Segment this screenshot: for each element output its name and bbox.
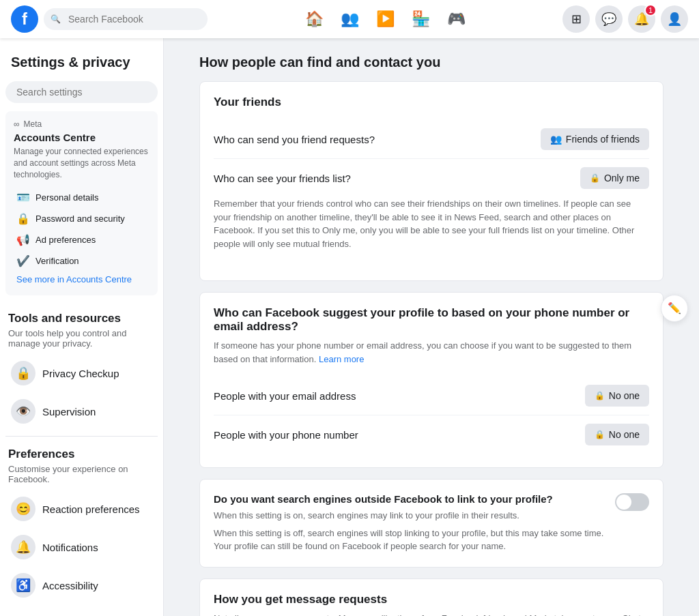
- search-engine-title: Do you want search engines outside Faceb…: [214, 493, 604, 505]
- phone-lock-icon: 🔒: [595, 430, 605, 439]
- search-input[interactable]: [44, 8, 208, 30]
- watch-nav-btn[interactable]: ▶️: [369, 3, 401, 35]
- nav-right: ⊞ 💬 🔔 1 👤: [562, 5, 688, 33]
- personal-label: Personal details: [35, 192, 99, 203]
- message-requests-desc: Not all messages are requests. Messages …: [214, 612, 649, 617]
- top-navigation: f 🏠 👥 ▶️ 🏪 🎮 ⊞ 💬 🔔 1 👤: [0, 0, 699, 38]
- meta-icon: ∞: [14, 119, 20, 129]
- reaction-icon: 😊: [11, 497, 35, 521]
- find-contact-title: How people can find and contact you: [199, 55, 664, 70]
- ad-icon: 📢: [16, 233, 30, 246]
- ad-label: Ad preferences: [35, 235, 96, 245]
- main-content: How people can find and contact you Your…: [164, 38, 699, 616]
- email-address-row: People with your email address 🔒 No one: [214, 377, 649, 415]
- nav-center: 🏠 👥 ▶️ 🏪 🎮: [208, 3, 562, 35]
- page-layout: Settings & privacy ∞ Meta Accounts Centr…: [0, 38, 699, 616]
- sidebar-item-accessibility[interactable]: ♿ Accessibility: [5, 566, 158, 604]
- profile-suggestion-title: Who can Facebook suggest your profile to…: [214, 306, 649, 334]
- your-friends-section: Your friends Who can send you friend req…: [199, 81, 664, 281]
- facebook-logo: f: [11, 5, 38, 33]
- supervision-icon: 👁️: [11, 399, 35, 424]
- email-address-btn[interactable]: 🔒 No one: [585, 385, 649, 407]
- friend-request-row: Who can send you friend requests? 👥 Frie…: [214, 120, 649, 159]
- phone-number-label: People with your phone number: [214, 429, 358, 441]
- friend-request-label: Who can send you friend requests?: [214, 134, 375, 145]
- phone-number-row: People with your phone number 🔒 No one: [214, 415, 649, 454]
- notification-badge: 1: [644, 4, 657, 16]
- sidebar-item-personal-details[interactable]: 🪪 Personal details: [14, 187, 149, 208]
- sidebar-item-notifications[interactable]: 🔔 Notifications: [5, 528, 158, 566]
- search-wrap: [44, 8, 208, 30]
- see-more-accounts-link[interactable]: See more in Accounts Centre: [14, 272, 134, 287]
- search-engine-desc2: When this setting is off, search engines…: [214, 527, 604, 553]
- tools-section-desc: Our tools help you control and manage yo…: [5, 328, 158, 354]
- email-value: No one: [609, 390, 640, 401]
- notifications-button[interactable]: 🔔 1: [628, 5, 655, 33]
- lock-icon: 🔒: [16, 212, 30, 225]
- friends-list-btn[interactable]: 🔒 Only me: [580, 167, 649, 189]
- message-requests-section: How you get message requests Not all mes…: [199, 578, 664, 617]
- accessibility-icon: ♿: [11, 573, 35, 598]
- password-label: Password and security: [35, 214, 125, 224]
- sidebar-item-ad-preferences[interactable]: 📢 Ad preferences: [14, 229, 149, 250]
- friends-nav-btn[interactable]: 👥: [333, 3, 366, 35]
- content-area: How people can find and contact you Your…: [199, 55, 664, 616]
- notifications-icon: 🔔: [11, 535, 35, 559]
- phone-number-btn[interactable]: 🔒 No one: [585, 424, 649, 445]
- friends-icon: 👥: [550, 134, 562, 145]
- home-nav-btn[interactable]: 🏠: [298, 3, 330, 35]
- sidebar-item-privacy-checkup[interactable]: 🔒 Privacy Checkup: [5, 354, 158, 392]
- search-engine-text: Do you want search engines outside Faceb…: [214, 493, 604, 553]
- learn-more-link[interactable]: Learn more: [319, 354, 364, 364]
- preferences-section-title: Preferences: [5, 442, 158, 464]
- tools-section-title: Tools and resources: [5, 306, 158, 328]
- friend-request-value: Friends of friends: [566, 134, 640, 145]
- accounts-centre-section: ∞ Meta Accounts Centre Manage your conne…: [5, 111, 158, 295]
- verify-label: Verification: [35, 256, 79, 266]
- preferences-section-desc: Customise your experience on Facebook.: [5, 464, 158, 490]
- accounts-centre-desc: Manage your connected experiences and ac…: [14, 146, 149, 180]
- sidebar: Settings & privacy ∞ Meta Accounts Centr…: [0, 38, 164, 616]
- marketplace-nav-btn[interactable]: 🏪: [404, 3, 437, 35]
- privacy-checkup-label: Privacy Checkup: [42, 368, 119, 379]
- search-engines-section: Do you want search engines outside Faceb…: [199, 479, 664, 568]
- profile-suggestion-desc: If someone has your phone number or emai…: [214, 339, 649, 366]
- settings-search-input[interactable]: [5, 81, 158, 103]
- friends-list-header: Who can see your friends list? 🔒 Only me: [214, 167, 649, 189]
- search-engine-toggle[interactable]: [615, 493, 649, 511]
- search-engine-row: Do you want search engines outside Faceb…: [214, 493, 649, 553]
- supervision-label: Supervision: [42, 406, 96, 417]
- message-requests-title: How you get message requests: [214, 593, 649, 606]
- phone-value: No one: [609, 429, 640, 440]
- apps-button[interactable]: ⊞: [562, 5, 590, 33]
- meta-label: ∞ Meta: [14, 119, 149, 129]
- friends-list-value: Only me: [604, 173, 640, 184]
- accounts-centre-title: Accounts Centre: [14, 132, 149, 143]
- sidebar-divider: [5, 436, 158, 437]
- account-button[interactable]: 👤: [661, 5, 688, 33]
- friends-list-label: Who can see your friends list?: [214, 173, 351, 184]
- email-address-label: People with your email address: [214, 390, 356, 402]
- personal-icon: 🪪: [16, 191, 30, 204]
- sidebar-item-password-security[interactable]: 🔒 Password and security: [14, 208, 149, 229]
- sidebar-item-verification[interactable]: ✔️ Verification: [14, 250, 149, 272]
- search-engine-desc1: When this setting is on, search engines …: [214, 509, 604, 523]
- friend-request-btn[interactable]: 👥 Friends of friends: [541, 128, 649, 150]
- sidebar-title: Settings & privacy: [5, 49, 158, 76]
- your-friends-title: Your friends: [214, 96, 649, 109]
- accessibility-label: Accessibility: [42, 580, 98, 591]
- friends-list-description: Remember that your friends control who c…: [214, 197, 649, 250]
- gaming-nav-btn[interactable]: 🎮: [440, 3, 472, 35]
- friends-list-row: Who can see your friends list? 🔒 Only me…: [214, 159, 649, 267]
- only-me-lock-icon: 🔒: [590, 173, 600, 183]
- nav-left: f: [11, 5, 208, 33]
- notifications-label: Notifications: [42, 542, 98, 553]
- messenger-button[interactable]: 💬: [595, 5, 623, 33]
- sidebar-item-supervision[interactable]: 👁️ Supervision: [5, 392, 158, 430]
- reaction-label: Reaction preferences: [42, 503, 140, 515]
- float-edit-button[interactable]: ✏️: [661, 295, 688, 322]
- sidebar-item-reaction-preferences[interactable]: 😊 Reaction preferences: [5, 490, 158, 528]
- profile-suggestion-section: Who can Facebook suggest your profile to…: [199, 292, 664, 468]
- privacy-checkup-icon: 🔒: [11, 361, 35, 385]
- verify-icon: ✔️: [16, 254, 30, 267]
